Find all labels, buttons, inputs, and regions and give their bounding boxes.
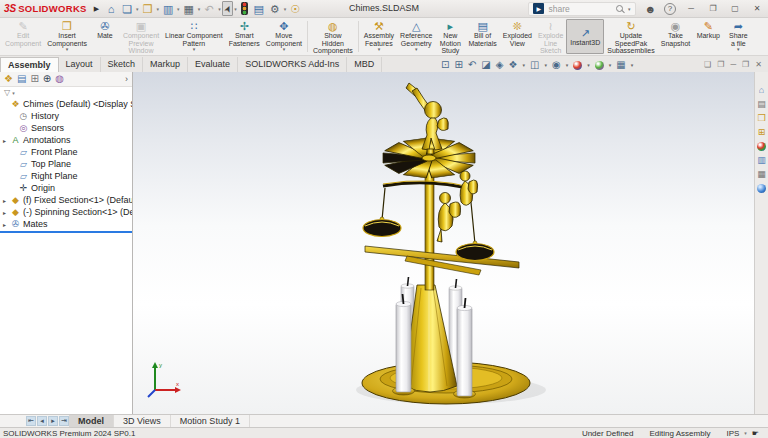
open-caret-icon[interactable]: ▾ <box>157 6 160 12</box>
tree-filter-row[interactable]: ▽ ▾ <box>0 87 132 98</box>
ribbon-button-markup[interactable]: ✎Markup <box>693 19 723 54</box>
ribbon-button-exploded-view[interactable]: ❊Exploded View <box>500 19 535 54</box>
home-tab-icon[interactable]: ⌂ <box>759 86 764 95</box>
search-field[interactable]: ▶ share ▾ <box>528 2 636 16</box>
tab-motion-study-1[interactable]: Motion Study 1 <box>171 415 250 427</box>
undo-icon[interactable]: ↶ <box>201 1 217 17</box>
zoom-to-fit-icon[interactable]: ⊡ <box>441 60 449 70</box>
ribbon-button-mate[interactable]: ✇Mate <box>90 19 120 54</box>
view-orientation-icon[interactable]: ❖ <box>508 60 517 70</box>
solidworks-resources-icon[interactable]: ▦ <box>757 170 766 179</box>
3dexperience-icon[interactable] <box>757 184 766 193</box>
previous-tab-icon[interactable]: ◂ <box>37 416 47 426</box>
dropdown-caret-icon[interactable]: ▾ <box>587 62 590 68</box>
tree-item-origin[interactable]: ✛Origin <box>0 182 132 194</box>
print-caret-icon[interactable]: ▾ <box>198 6 201 12</box>
home-icon[interactable]: ⌂ <box>103 1 119 17</box>
select-caret-icon[interactable]: ▾ <box>234 6 237 12</box>
last-tab-icon[interactable]: ⇥ <box>59 416 69 426</box>
tab-mbd[interactable]: MBD <box>347 57 382 72</box>
chimes-3d-model[interactable] <box>349 80 569 410</box>
3dexperience-marketplace-icon[interactable]: ▤ <box>757 100 766 109</box>
undo-caret-icon[interactable]: ▾ <box>218 6 221 12</box>
first-tab-icon[interactable]: ⇤ <box>26 416 36 426</box>
restore-button[interactable]: ❐ <box>706 4 720 13</box>
new-caret-icon[interactable]: ▾ <box>136 6 139 12</box>
ribbon-button-smart-fasteners[interactable]: ✢Smart Fasteners <box>226 19 263 54</box>
dropdown-caret-icon[interactable]: ▾ <box>609 62 612 68</box>
dropdown-caret-icon[interactable]: ▾ <box>193 47 196 51</box>
toolbox-icon[interactable]: ⊞ <box>758 128 766 137</box>
dropdown-caret-icon[interactable]: ▾ <box>283 47 286 51</box>
dimxpertmanager-tab-icon[interactable]: ⊕ <box>43 74 51 84</box>
tab-evaluate[interactable]: Evaluate <box>188 57 238 72</box>
status-tag-icon[interactable]: ☛ <box>752 429 759 438</box>
dropdown-caret-icon[interactable]: ▾ <box>415 47 418 51</box>
search-icon[interactable] <box>616 5 623 12</box>
next-tab-icon[interactable]: ▸ <box>48 416 58 426</box>
save-caret-icon[interactable]: ▾ <box>177 6 180 12</box>
tree-item-history[interactable]: ◷History <box>0 110 132 122</box>
options-caret-icon[interactable]: ▾ <box>284 6 287 12</box>
expand-arrow-icon[interactable]: ▸ <box>3 197 10 204</box>
ribbon-button-assembly-features[interactable]: ⚒Assembly Features▾ <box>361 19 397 54</box>
tab-layout[interactable]: Layout <box>59 57 101 72</box>
dropdown-caret-icon[interactable]: ▾ <box>378 47 381 51</box>
dropdown-caret-icon[interactable]: ▾ <box>631 62 634 68</box>
tree-item-top-plane[interactable]: ▱Top Plane <box>0 158 132 170</box>
search-caret-icon[interactable]: ▾ <box>628 6 631 12</box>
tree-item-mates[interactable]: ▸✇Mates <box>0 218 132 230</box>
rebuild-traffic-light-icon[interactable] <box>241 2 248 15</box>
file-properties-icon[interactable]: ▤ <box>251 1 267 17</box>
panel-chevron-icon[interactable]: › <box>125 74 128 84</box>
featuremanager-tab-icon[interactable]: ❖ <box>4 74 13 84</box>
tab-markup[interactable]: Markup <box>143 57 188 72</box>
apply-scene-icon[interactable] <box>595 61 604 70</box>
tree-item-fixed-section[interactable]: ▸◆(f) Fixed Section<1> (Default) <Displa… <box>0 194 132 206</box>
view-settings-icon[interactable]: ▦ <box>616 60 625 70</box>
print-icon[interactable]: ▦ <box>181 1 197 17</box>
open-document-icon[interactable]: ❒ <box>140 1 156 17</box>
status-units[interactable]: IPS <box>726 429 739 438</box>
tab-model[interactable]: Model <box>69 415 114 427</box>
ribbon-button-take-snapshot[interactable]: ◉Take Snapshot <box>658 19 694 54</box>
tree-item-assembly-root[interactable]: ❖Chimes (Default) <Display State-1> <box>0 98 132 110</box>
edit-appearance-icon[interactable] <box>573 61 582 70</box>
appearances-scenes-icon[interactable] <box>757 142 766 151</box>
hide-show-items-icon[interactable]: ◉ <box>552 60 561 70</box>
mdi-minimize-icon[interactable]: ─ <box>730 60 736 69</box>
ribbon-button-insert-components[interactable]: ❒Insert Components▾ <box>44 19 90 54</box>
expand-arrow-icon[interactable]: ▸ <box>3 137 10 144</box>
options-gear-icon[interactable]: ⚙ <box>267 1 283 17</box>
configurationmanager-tab-icon[interactable]: ⊞ <box>30 74 38 84</box>
tree-item-spinning-section[interactable]: ▸◆(-) Spinning Section<1> (Default) <Dis… <box>0 206 132 218</box>
tree-item-right-plane[interactable]: ▱Right Plane <box>0 170 132 182</box>
tab-solidworks-add-ins[interactable]: SOLIDWORKS Add-Ins <box>238 57 347 72</box>
design-library-icon[interactable]: ❒ <box>757 114 765 123</box>
ribbon-button-move-component[interactable]: ✥Move Component▾ <box>263 19 305 54</box>
section-view-icon[interactable]: ◪ <box>481 60 490 70</box>
user-account-icon[interactable]: ☻ <box>644 3 656 15</box>
ribbon-button-reference-geometry[interactable]: △Reference Geometry▾ <box>397 19 435 54</box>
3dexperience-share-icon[interactable]: ▶ <box>533 3 544 14</box>
document-window-icon[interactable]: ❐ <box>717 60 724 69</box>
displaymanager-tab-icon[interactable]: ◍ <box>55 74 64 84</box>
expand-arrow-icon[interactable]: ▸ <box>3 221 10 228</box>
previous-view-icon[interactable]: ↶ <box>468 60 476 70</box>
dropdown-caret-icon[interactable]: ▾ <box>566 62 569 68</box>
ribbon-button-show-hidden-components[interactable]: ◍Show Hidden Components <box>310 19 356 54</box>
tree-item-sensors[interactable]: ◎Sensors <box>0 122 132 134</box>
menu-flyout-arrow-icon[interactable]: ▶ <box>94 5 99 13</box>
tree-item-front-plane[interactable]: ▱Front Plane <box>0 146 132 158</box>
tree-item-annotations[interactable]: ▸AAnnotations <box>0 134 132 146</box>
tab-3d-views[interactable]: 3D Views <box>114 415 171 427</box>
ribbon-button-linear-component-pattern[interactable]: ∷Linear Component Pattern▾ <box>162 19 226 54</box>
dropdown-caret-icon[interactable]: ▾ <box>544 62 547 68</box>
mdi-restore-icon[interactable]: ❐ <box>742 60 749 69</box>
save-icon[interactable]: ▥ <box>160 1 176 17</box>
rollback-bar[interactable] <box>0 231 132 233</box>
dynamic-annotation-views-icon[interactable]: ◈ <box>496 60 504 70</box>
display-style-icon[interactable]: ◫ <box>530 60 539 70</box>
document-window-icon[interactable]: ❏ <box>704 60 711 69</box>
touch-mode-icon[interactable]: ☉ <box>287 1 303 17</box>
